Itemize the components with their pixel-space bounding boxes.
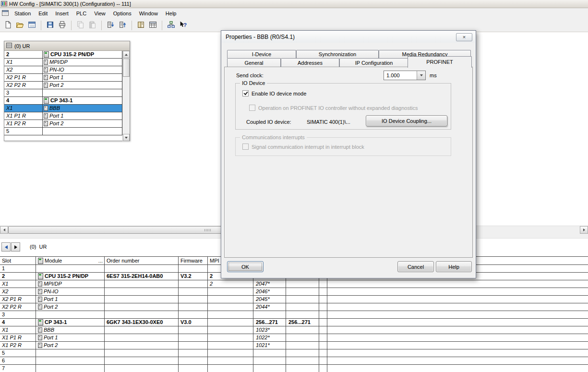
module-icon bbox=[44, 83, 48, 88]
rack-module-name: CP 343-1 bbox=[50, 97, 72, 104]
rack-module-name: BBB bbox=[49, 105, 60, 112]
network-button[interactable] bbox=[165, 20, 177, 31]
column-header-order-number[interactable]: Order number bbox=[105, 257, 179, 264]
tab-ip-configuration[interactable]: IP Configuration bbox=[339, 58, 408, 67]
comment-cell bbox=[327, 342, 588, 349]
column-header-module[interactable]: Module ... bbox=[36, 257, 105, 264]
io-device-coupling-button[interactable]: IO Device Coupling... bbox=[366, 115, 447, 126]
station-table-button[interactable] bbox=[147, 20, 158, 31]
q-address-cell bbox=[286, 349, 319, 357]
cancel-button[interactable]: Cancel bbox=[397, 261, 434, 272]
rack-row[interactable]: X2PN-IO bbox=[4, 66, 122, 74]
column-header-firmware[interactable]: Firmware bbox=[179, 257, 208, 264]
rack-row[interactable]: X2 P1 RPort 1 bbox=[4, 74, 122, 82]
new-station-button[interactable] bbox=[2, 20, 13, 31]
menu-plc[interactable]: PLC bbox=[72, 9, 90, 18]
upload-icon bbox=[119, 21, 127, 30]
help-button[interactable]: ? bbox=[177, 20, 189, 31]
nav-back-button[interactable] bbox=[1, 242, 11, 252]
station-table-row[interactable]: 6 bbox=[0, 357, 588, 365]
scroll-down-button[interactable] bbox=[123, 134, 130, 141]
station-table-row[interactable]: X1 P2 RPort 21021* bbox=[0, 342, 588, 349]
rack-row[interactable]: X1 P1 RPort 1 bbox=[4, 112, 122, 120]
q-address-cell bbox=[286, 303, 319, 311]
rack-row[interactable]: X1 P2 RPort 2 bbox=[4, 120, 122, 128]
scroll-right-button[interactable] bbox=[580, 226, 588, 234]
ok-button[interactable]: OK bbox=[227, 261, 264, 272]
gripper-icon bbox=[204, 229, 212, 231]
tab-i-device[interactable]: I-Device bbox=[227, 50, 296, 58]
rack-module-cell: Port 2 bbox=[42, 82, 122, 89]
extra-cell bbox=[319, 296, 327, 303]
menu-edit[interactable]: Edit bbox=[35, 9, 51, 18]
i-address-cell: 2044* bbox=[253, 303, 286, 311]
io-device-group-title: IO Device bbox=[240, 80, 267, 86]
open-online-button[interactable] bbox=[26, 20, 37, 31]
toolbar-separator bbox=[101, 21, 102, 30]
combo-dropdown-button[interactable] bbox=[417, 71, 425, 80]
rack-row[interactable]: 3 bbox=[4, 89, 122, 97]
svg-text:?: ? bbox=[183, 21, 187, 27]
comment-cell bbox=[327, 326, 588, 334]
properties-dialog: Properties - BBB (R0/S4.1) × I-DeviceSyn… bbox=[221, 30, 476, 278]
print-button[interactable] bbox=[56, 20, 68, 31]
rack-row[interactable]: X1BBB bbox=[4, 105, 122, 112]
rack-row[interactable]: X2 P2 RPort 2 bbox=[4, 82, 122, 89]
dialog-titlebar[interactable]: Properties - BBB (R0/S4.1) bbox=[222, 31, 475, 43]
rack-scrollbar[interactable] bbox=[122, 51, 130, 141]
download-button[interactable] bbox=[105, 20, 116, 31]
slot-cell: 1 bbox=[0, 265, 36, 272]
column-header-slot[interactable]: Slot bbox=[0, 257, 36, 264]
send-clock-combobox[interactable]: 1.000 bbox=[384, 71, 426, 80]
rack-module-name: PN-IO bbox=[49, 66, 64, 73]
tab-general[interactable]: General bbox=[227, 58, 281, 67]
menu-insert[interactable]: Insert bbox=[51, 9, 72, 18]
rack-row[interactable]: X1MPI/DP bbox=[4, 59, 122, 66]
rack-scrollbar-thumb[interactable] bbox=[123, 59, 130, 77]
save-compile-button[interactable] bbox=[44, 20, 56, 31]
comment-cell bbox=[327, 357, 588, 364]
station-table-row[interactable]: X2PN-IO2046* bbox=[0, 288, 588, 296]
rack-row[interactable]: 5 bbox=[4, 128, 122, 135]
rack-row[interactable]: 2CPU 315-2 PN/DP bbox=[4, 51, 122, 59]
scroll-up-button[interactable] bbox=[123, 51, 130, 58]
rack-window-titlebar[interactable]: (0) UR bbox=[4, 41, 130, 51]
slot-cell: 4 bbox=[0, 319, 36, 326]
tab-profinet[interactable]: PROFINET bbox=[408, 56, 472, 68]
slot-cell: X1 bbox=[0, 326, 36, 334]
nav-forward-button[interactable] bbox=[11, 242, 20, 252]
menu-station[interactable]: Station bbox=[11, 9, 35, 18]
upload-button[interactable] bbox=[117, 20, 128, 31]
menu-help[interactable]: Help bbox=[162, 9, 180, 18]
menu-options[interactable]: Options bbox=[109, 9, 135, 18]
station-table-row[interactable]: 3 bbox=[0, 311, 588, 319]
menu-window[interactable]: Window bbox=[135, 9, 162, 18]
station-table-row[interactable]: 5 bbox=[0, 349, 588, 357]
station-table-row[interactable]: 4CP 343-16GK7 343-1EX30-0XE0V3.0256...27… bbox=[0, 319, 588, 326]
comment-cell bbox=[327, 296, 588, 303]
titlebar[interactable]: HW Config - [SIMATIC 300(1) (Configurati… bbox=[0, 0, 588, 8]
firmware-cell: V3.2 bbox=[179, 273, 208, 280]
station-table-row[interactable]: X1 P1 RPort 11022* bbox=[0, 334, 588, 342]
tab-synchronization[interactable]: Synchronization bbox=[296, 50, 379, 58]
scroll-left-button[interactable] bbox=[0, 226, 8, 234]
tab-addresses[interactable]: Addresses bbox=[281, 58, 339, 67]
close-button[interactable]: × bbox=[456, 33, 472, 41]
send-clock-value: 1.000 bbox=[384, 71, 417, 80]
open-station-button[interactable] bbox=[14, 20, 25, 31]
rack-slot-cell: X1 P1 R bbox=[4, 112, 42, 120]
station-table-row[interactable]: X1BBB1023* bbox=[0, 326, 588, 334]
enable-io-device-checkbox[interactable] bbox=[242, 90, 249, 96]
firmware-cell bbox=[179, 349, 208, 357]
station-table-row[interactable]: X1MPI/DP22047* bbox=[0, 280, 588, 288]
station-table-row[interactable]: X2 P1 RPort 12045* bbox=[0, 296, 588, 303]
catalog-button[interactable] bbox=[135, 20, 146, 31]
menu-view[interactable]: View bbox=[90, 9, 109, 18]
io-device-group: IO Device Enable IO device mode Operatio… bbox=[235, 83, 451, 130]
module-name: Port 1 bbox=[44, 296, 58, 303]
station-table-row[interactable]: X2 P2 RPort 22044* bbox=[0, 303, 588, 311]
rack-row[interactable]: 4CP 343-1 bbox=[4, 97, 122, 105]
help-button[interactable]: Help bbox=[436, 261, 472, 272]
station-table-row[interactable]: 7 bbox=[0, 365, 588, 372]
i-address-cell: 1022* bbox=[253, 334, 286, 341]
